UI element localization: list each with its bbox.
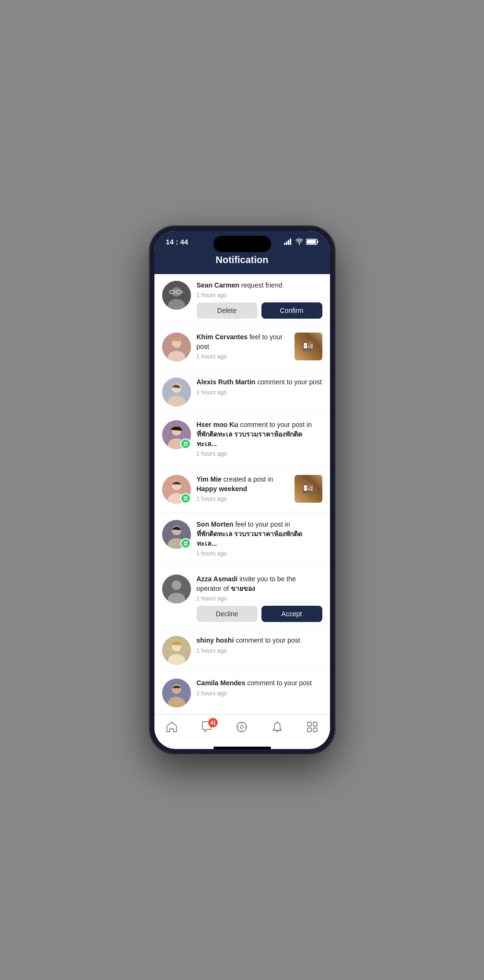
- notif-content-3: Alexis Ruth Martin comment to your post …: [197, 378, 322, 400]
- notif-time-8: 1 hours ago: [197, 647, 322, 654]
- notif-avatar-wrap-5: [162, 475, 191, 504]
- svg-point-37: [172, 580, 181, 590]
- group-icon-6: [183, 541, 189, 546]
- delete-button-1[interactable]: Delete: [197, 302, 258, 319]
- notif-time-6: 1 hours ago: [197, 550, 322, 557]
- notif-action-5: created a post in: [222, 475, 273, 483]
- notif-item-8: shiny hoshi comment to your post 1 hours…: [154, 629, 330, 672]
- phone-screen: 14 : 44: [154, 231, 330, 749]
- dynamic-island: [213, 236, 271, 252]
- signal-icon: [284, 239, 293, 245]
- notif-content-2: Khim Cervantes feel to your post 1 hours…: [197, 333, 289, 364]
- group-badge-6: [180, 538, 191, 549]
- svg-point-35: [186, 542, 188, 543]
- notif-avatar-wrap-8: [162, 636, 191, 665]
- battery-icon: [306, 239, 319, 245]
- notif-text-4: Hser moo Ku comment to your post in ที่พ…: [197, 420, 322, 449]
- svg-point-30: [186, 496, 188, 498]
- thumbnail-image-2: 🍱: [295, 333, 322, 360]
- notif-text-2: Khim Cervantes feel to your post: [197, 333, 289, 351]
- group-icon-5: [183, 496, 189, 501]
- avatar-face-7: [162, 575, 191, 603]
- nav-item-chat[interactable]: 41: [201, 721, 213, 733]
- notif-thumbnail-2: 🍱: [295, 333, 322, 360]
- notif-user-5: Yim Mie: [197, 475, 222, 483]
- wifi-icon: [295, 239, 303, 245]
- notif-time-9: 1 hours ago: [197, 690, 322, 697]
- notif-item-9: Camila Mendes comment to your post 1 hou…: [154, 672, 330, 715]
- nav-item-home[interactable]: [165, 721, 178, 733]
- notif-avatar-8: [162, 636, 191, 665]
- avatar-face-3: [162, 378, 191, 406]
- notif-avatar-wrap-4: [162, 420, 191, 449]
- notif-text-5: Yim Mie created a post in Happy weekend: [197, 475, 289, 494]
- notif-time-2: 1 hours ago: [197, 353, 289, 360]
- svg-rect-3: [290, 239, 291, 245]
- app-header-title: Notification: [216, 254, 269, 265]
- notif-item-3: Alexis Ruth Martin comment to your post …: [154, 371, 330, 414]
- nav-item-explore[interactable]: [236, 721, 248, 733]
- notif-user-3: Alexis Ruth Martin: [197, 378, 256, 386]
- notif-time-4: 1 hours ago: [197, 450, 322, 457]
- confirm-button-1[interactable]: Confirm: [261, 302, 322, 319]
- svg-rect-2: [288, 240, 289, 245]
- explore-icon: [236, 721, 248, 733]
- notif-group-7: ขายของ: [231, 585, 255, 592]
- svg-rect-0: [284, 243, 285, 245]
- notifications-list: Sean Carmen request friend 1 hours ago D…: [154, 274, 330, 715]
- svg-rect-6: [307, 240, 316, 243]
- notif-avatar-wrap-1: [162, 281, 191, 310]
- group-icon-4: [183, 441, 189, 447]
- home-icon: [165, 721, 178, 733]
- notif-avatar-wrap-6: [162, 520, 191, 549]
- status-bar: 14 : 44: [154, 231, 330, 250]
- svg-point-34: [184, 542, 186, 543]
- group-badge-4: [180, 438, 191, 449]
- svg-point-29: [184, 496, 186, 498]
- notif-content-7: Azza Asmadi invite you to be the operato…: [197, 575, 322, 622]
- notif-item-5: Yim Mie created a post in Happy weekend …: [154, 468, 330, 513]
- svg-rect-5: [317, 241, 318, 243]
- notif-item-1: Sean Carmen request friend 1 hours ago D…: [154, 274, 330, 326]
- notif-actions-1: Delete Confirm: [197, 302, 322, 319]
- svg-rect-54: [313, 728, 317, 732]
- svg-rect-51: [307, 722, 311, 726]
- notif-content-5: Yim Mie created a post in Happy weekend …: [197, 475, 289, 506]
- svg-point-24: [184, 442, 186, 444]
- notif-avatar-wrap-3: [162, 378, 191, 406]
- notif-text-1: Sean Carmen request friend: [197, 281, 322, 290]
- thumbnail-image-5: 🍱: [295, 475, 322, 503]
- nav-item-menu[interactable]: [306, 721, 319, 733]
- notif-time-3: 1 hours ago: [197, 389, 322, 396]
- notif-avatar-3: [162, 378, 191, 406]
- notif-text-9: Camila Mendes comment to your post: [197, 679, 322, 688]
- notif-user-4: Hser moo Ku: [197, 421, 238, 428]
- grid-icon: [306, 721, 319, 733]
- avatar-face-2: [162, 333, 191, 361]
- notif-user-8: shiny hoshi: [197, 636, 234, 644]
- bottom-nav: 41: [154, 715, 330, 743]
- notif-group-5: Happy weekend: [197, 485, 248, 493]
- accept-button-7[interactable]: Accept: [261, 606, 322, 622]
- app-header: Notification: [154, 250, 330, 274]
- notif-item-7: Azza Asmadi invite you to be the operato…: [154, 568, 330, 629]
- avatar-face-9: [162, 679, 191, 707]
- notif-text-8: shiny hoshi comment to your post: [197, 636, 322, 646]
- chat-badge: 41: [208, 718, 218, 727]
- avatar-face-1: [162, 281, 191, 310]
- notif-avatar-wrap-2: [162, 333, 191, 361]
- notif-avatar-wrap-7: [162, 575, 191, 603]
- home-bar: [213, 747, 271, 749]
- notif-action-6: feel to your post in: [234, 520, 290, 528]
- notif-action-1: request friend: [239, 281, 283, 289]
- notif-user-1: Sean Carmen: [197, 281, 239, 289]
- notif-user-9: Camila Mendes: [197, 679, 246, 687]
- svg-point-25: [186, 442, 188, 444]
- group-badge-5: [180, 493, 191, 504]
- svg-rect-52: [313, 722, 317, 726]
- notif-content-6: Son Morten feel to your post in ที่พักติ…: [197, 520, 322, 561]
- notif-action-3: comment to your post: [255, 378, 322, 386]
- notif-avatar-wrap-9: [162, 679, 191, 707]
- nav-item-notification[interactable]: [271, 721, 283, 733]
- decline-button-7[interactable]: Decline: [197, 606, 258, 622]
